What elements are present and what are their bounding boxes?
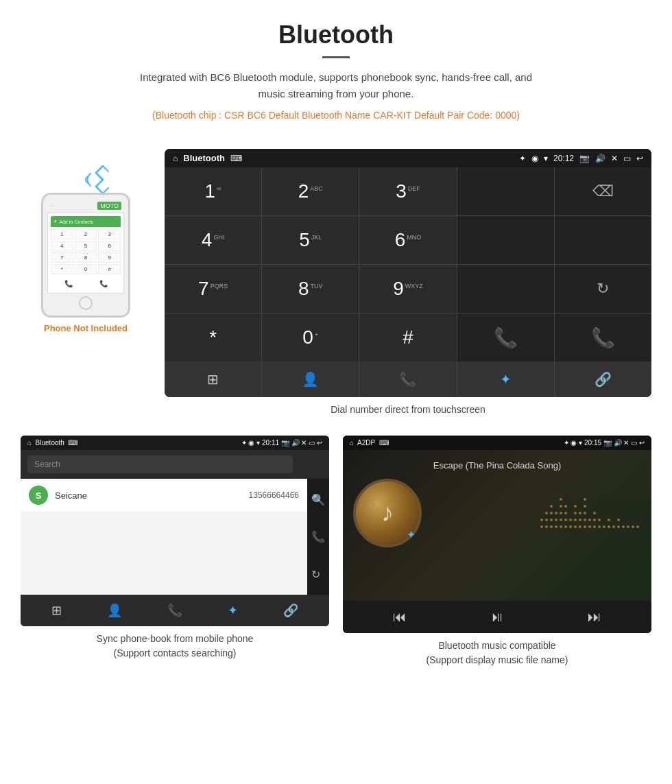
header-description: Integrated with BC6 Bluetooth module, su… [130, 69, 542, 102]
dial-key-0[interactable]: 0+ [262, 313, 359, 361]
dial-screen-wrap: ⌂ Bluetooth ⌨ ✦ ◉ ▾ 20:12 📷 🔊 ✕ ▭ ↩ [165, 149, 651, 415]
dial-display-empty-2 [457, 216, 554, 264]
bottom-screenshots: ⌂ Bluetooth ⌨ ✦ ◉ ▾ 20:11 📷 🔊 ✕ ▭ ↩ Sear… [0, 422, 672, 667]
pb-search-bar: Search [21, 450, 329, 479]
reload-icon: ↻ [597, 280, 609, 298]
svg-point-40 [598, 525, 601, 528]
dial-call-green-cell[interactable]: 📞 [457, 313, 554, 361]
music-visualization [538, 486, 641, 547]
pb-status-bar: ⌂ Bluetooth ⌨ ✦ ◉ ▾ 20:11 📷 🔊 ✕ ▭ ↩ [21, 436, 329, 450]
dial-key-star[interactable]: * [165, 313, 261, 361]
svg-point-44 [608, 519, 610, 521]
dial-key-7[interactable]: 7PQRS [165, 265, 261, 313]
svg-point-15 [560, 505, 562, 508]
dial-key-4[interactable]: 4GHI [165, 216, 261, 264]
svg-point-49 [627, 525, 629, 528]
dial-nav-phone[interactable]: 📞 [359, 361, 456, 397]
pb-search-input[interactable]: Search [27, 455, 293, 473]
svg-point-22 [569, 519, 572, 521]
dial-key-hash[interactable]: # [359, 313, 456, 361]
dial-status-left: ⌂ Bluetooth ⌨ [173, 153, 242, 163]
svg-point-27 [579, 525, 581, 528]
dial-reload-cell[interactable]: ↻ [555, 265, 651, 313]
svg-point-23 [574, 525, 577, 528]
backspace-icon: ⌫ [592, 182, 614, 200]
svg-point-34 [584, 498, 586, 501]
pb-nav-phone-icon[interactable]: 📞 [167, 603, 182, 618]
dial-key-1[interactable]: 1∞ [165, 167, 261, 215]
dial-empty-3 [457, 265, 554, 313]
pb-nav-contacts-icon[interactable]: 👤 [107, 603, 122, 618]
pb-contact-row[interactable]: S Seicane 13566664466 [21, 479, 307, 512]
svg-point-42 [603, 525, 605, 528]
dial-nav-link[interactable]: 🔗 [555, 361, 651, 397]
dial-key-2[interactable]: 2ABC [262, 167, 359, 215]
svg-point-37 [593, 525, 596, 528]
dial-title: Bluetooth [183, 153, 225, 163]
pb-status-right: ✦ ◉ ▾ 20:11 📷 🔊 ✕ ▭ ↩ [241, 439, 322, 447]
svg-point-30 [584, 525, 586, 528]
music-main-area: Escape (The Pina Colada Song) ✦ [343, 450, 651, 601]
svg-point-50 [632, 525, 634, 528]
camera-icon: 📷 [579, 154, 590, 163]
time-display: 20:12 [553, 154, 574, 163]
dial-nav-bluetooth[interactable]: ✦ [457, 361, 554, 397]
svg-point-0 [540, 525, 543, 528]
dial-nav-contacts[interactable]: 👤 [262, 361, 359, 397]
svg-point-18 [564, 519, 567, 521]
dial-status-bar: ⌂ Bluetooth ⌨ ✦ ◉ ▾ 20:12 📷 🔊 ✕ ▭ ↩ [165, 149, 651, 167]
pb-call-side-icon[interactable]: 📞 [311, 530, 325, 543]
pb-empty-list [21, 512, 307, 595]
svg-point-48 [622, 525, 625, 528]
dial-caption: Dial number direct from touchscreen [165, 404, 651, 415]
svg-point-9 [555, 525, 557, 528]
dial-key-5[interactable]: 5JKL [262, 216, 359, 264]
call-green-icon: 📞 [494, 326, 518, 349]
svg-point-29 [579, 512, 581, 514]
phone-top-bar: ··· MOTO [47, 200, 124, 213]
phone-screen: + Add to Contacts 123 456 789 *0# 📞 📞 [47, 213, 124, 294]
svg-point-2 [545, 525, 548, 528]
phone-body: ··· MOTO + Add to Contacts 123 456 789 *… [41, 193, 130, 318]
svg-point-51 [636, 525, 639, 528]
phone-not-included-label: Phone Not Included [44, 323, 128, 333]
page-title: Bluetooth [27, 21, 645, 49]
svg-point-26 [574, 505, 577, 508]
music-screenshot: ⌂ A2DP ⌨ ✦ ◉ ▾ 20:15 📷 🔊 ✕ ▭ ↩ Escape (T… [343, 436, 651, 633]
dial-key-6[interactable]: 6MNO [359, 216, 456, 264]
phone-keypad: 123 456 789 *0# [51, 229, 121, 274]
svg-point-39 [593, 512, 596, 514]
usb-icon: ⌨ [230, 154, 242, 163]
dial-call-red-cell[interactable]: 📞 [555, 313, 651, 361]
pb-status-left: ⌂ Bluetooth ⌨ [27, 439, 77, 447]
divider [322, 56, 350, 58]
phone-bottom-bar: 📞 📞 [51, 277, 121, 290]
music-bluetooth-badge: ✦ [407, 528, 416, 541]
music-controls: ⏮ ⏯ ⏭ [343, 601, 651, 633]
music-prev-icon[interactable]: ⏮ [393, 609, 407, 625]
call-red-icon: 📞 [591, 326, 615, 349]
dial-screen: ⌂ Bluetooth ⌨ ✦ ◉ ▾ 20:12 📷 🔊 ✕ ▭ ↩ [165, 149, 651, 397]
music-status-right: ✦ ◉ ▾ 20:15 📷 🔊 ✕ ▭ ↩ [564, 439, 645, 447]
dial-nav-grid[interactable]: ⊞ [165, 361, 261, 397]
dial-backspace-cell[interactable]: ⌫ [555, 167, 651, 215]
svg-point-32 [584, 512, 586, 514]
back-icon: ↩ [636, 154, 643, 163]
pb-nav-grid-icon[interactable]: ⊞ [51, 603, 62, 618]
dial-key-9[interactable]: 9WXYZ [359, 265, 456, 313]
music-play-pause-icon[interactable]: ⏯ [490, 609, 504, 625]
pb-search-side-icon[interactable]: 🔍 [311, 493, 325, 506]
pb-nav-bluetooth-icon[interactable]: ✦ [228, 603, 238, 618]
svg-point-7 [550, 512, 553, 514]
phone-home-button [79, 296, 93, 310]
pb-nav-link-icon[interactable]: 🔗 [283, 603, 298, 618]
pb-reload-side-icon[interactable]: ↻ [311, 568, 325, 581]
music-next-icon[interactable]: ⏭ [588, 609, 601, 625]
volume-icon: 🔊 [595, 154, 605, 163]
dial-key-3[interactable]: 3DEF [359, 167, 456, 215]
dial-key-8[interactable]: 8TUV [262, 265, 359, 313]
music-song-title: Escape (The Pina Colada Song) [433, 460, 561, 471]
dial-display-empty-1 [457, 167, 554, 215]
pb-content-area: S Seicane 13566664466 🔍 📞 ↻ [21, 479, 329, 595]
pb-contact-name: Seicane [55, 490, 249, 501]
